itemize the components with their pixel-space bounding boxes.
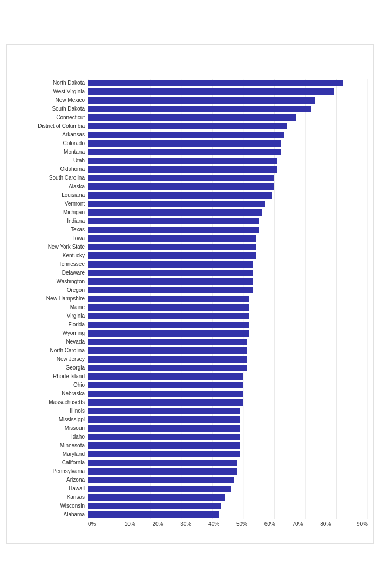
bar-row — [88, 122, 368, 131]
bar-row — [88, 251, 368, 260]
bar-row — [88, 303, 368, 312]
bar-row — [88, 139, 368, 148]
bar-row — [88, 200, 368, 208]
y-label: Utah — [12, 156, 88, 165]
bar — [88, 140, 281, 147]
bar-row — [88, 329, 368, 338]
bar-row — [88, 320, 368, 329]
y-label: Louisiana — [12, 191, 88, 200]
bar-row — [88, 225, 368, 234]
y-label: Nebraska — [12, 389, 88, 398]
x-tick: 80% — [311, 521, 340, 527]
bar — [88, 114, 296, 121]
bar — [88, 261, 253, 268]
y-label: New Hampshire — [12, 295, 88, 303]
bar-row — [88, 355, 368, 364]
bar-row — [88, 502, 368, 510]
bar-row — [88, 79, 368, 87]
y-label: Montana — [12, 148, 88, 156]
bar-row — [88, 459, 368, 467]
y-label: Kansas — [12, 493, 88, 502]
bar — [88, 166, 277, 173]
chart-title — [12, 56, 368, 67]
bar-row — [88, 424, 368, 433]
y-label: Georgia — [12, 364, 88, 372]
bar-row — [88, 286, 368, 295]
chart-container: North DakotaWest VirginiaNew MexicoSouth… — [6, 44, 374, 543]
y-label: Alabama — [12, 510, 88, 519]
x-tick: 50% — [228, 521, 256, 527]
bar — [88, 227, 259, 233]
bar-row — [88, 87, 368, 96]
bar — [88, 278, 253, 285]
bar — [88, 80, 343, 86]
bar — [88, 296, 249, 302]
bar — [88, 382, 243, 388]
y-label: Maine — [12, 303, 88, 312]
x-tick: 10% — [116, 521, 144, 527]
y-label: Vermont — [12, 200, 88, 208]
y-label: New Jersey — [12, 355, 88, 364]
y-label: Kentucky — [12, 251, 88, 260]
bar-row — [88, 450, 368, 459]
bar-row — [88, 433, 368, 441]
bar-row — [88, 381, 368, 389]
bar — [88, 175, 274, 181]
bar — [88, 468, 237, 475]
bar-row — [88, 372, 368, 381]
bar — [88, 503, 221, 509]
y-label: Maryland — [12, 450, 88, 459]
y-label: New Mexico — [12, 96, 88, 105]
bar-row — [88, 174, 368, 182]
bar — [88, 391, 243, 397]
y-label: Arkansas — [12, 131, 88, 139]
bar-row — [88, 165, 368, 174]
bar — [88, 330, 249, 337]
x-tick: 90% — [340, 521, 368, 527]
y-label: Texas — [12, 225, 88, 234]
bar — [88, 451, 240, 457]
y-label: Washington — [12, 277, 88, 286]
bar — [88, 339, 247, 345]
bar — [88, 477, 234, 483]
y-label: Pennsylvania — [12, 467, 88, 476]
y-label: Idaho — [12, 433, 88, 441]
bar — [88, 322, 249, 328]
bar — [88, 442, 240, 449]
bar — [88, 511, 219, 518]
bar-row — [88, 510, 368, 519]
bar-row — [88, 467, 368, 476]
bar — [88, 408, 240, 414]
y-label: South Carolina — [12, 174, 88, 182]
bar — [88, 304, 249, 311]
x-tick: 30% — [172, 521, 200, 527]
bar-row — [88, 217, 368, 225]
bar — [88, 399, 243, 406]
bar-row — [88, 415, 368, 424]
y-label: Wisconsin — [12, 502, 88, 510]
bar-row — [88, 105, 368, 113]
y-label: Mississippi — [12, 415, 88, 424]
x-tick: 60% — [256, 521, 284, 527]
bar-row — [88, 243, 368, 251]
bars-area — [88, 79, 368, 519]
bar-row — [88, 182, 368, 191]
bar-row — [88, 338, 368, 346]
bar — [88, 235, 256, 242]
y-label: Oregon — [12, 286, 88, 295]
y-label: Tennessee — [12, 260, 88, 269]
bar-row — [88, 295, 368, 303]
y-label: Colorado — [12, 139, 88, 148]
y-label: Florida — [12, 320, 88, 329]
bar-row — [88, 269, 368, 277]
y-label: Rhode Island — [12, 372, 88, 381]
y-axis: North DakotaWest VirginiaNew MexicoSouth… — [12, 79, 88, 519]
bar — [88, 434, 240, 440]
bar-row — [88, 191, 368, 200]
bar — [88, 494, 225, 501]
bar — [88, 270, 253, 276]
y-label: Wyoming — [12, 329, 88, 338]
x-tick: 20% — [144, 521, 172, 527]
bar — [88, 106, 311, 112]
y-label: Missouri — [12, 424, 88, 433]
